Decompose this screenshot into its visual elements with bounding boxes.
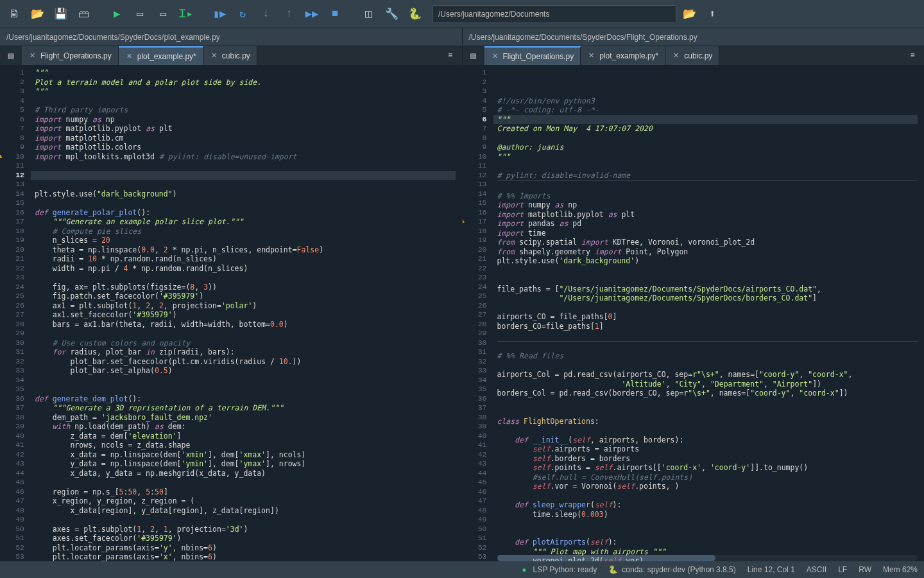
- tab-flight-operations[interactable]: ✕ Flight_Operations.py: [484, 46, 581, 65]
- right-code[interactable]: #!/usr/bin/env python3 # -*- coding: utf…: [493, 66, 925, 561]
- tab-switcher-icon[interactable]: ▤: [0, 46, 22, 65]
- run-selection-icon[interactable]: Ꮖ▸: [176, 4, 196, 24]
- stop-debug-icon[interactable]: ■: [325, 4, 345, 24]
- open-file-icon[interactable]: 📂: [27, 4, 47, 24]
- step-in-icon[interactable]: ↓: [255, 4, 276, 24]
- status-cursor[interactable]: Line 12, Col 1: [748, 565, 795, 574]
- tab-cubic[interactable]: ✕ cubic.py: [665, 46, 719, 65]
- maximize-pane-icon[interactable]: ◫: [358, 4, 379, 24]
- right-editor[interactable]: 1234567891011121314151617181920212223242…: [463, 66, 925, 561]
- close-icon[interactable]: ✕: [588, 51, 594, 60]
- python-path-icon[interactable]: 🐍: [404, 4, 425, 24]
- status-env[interactable]: 🐍conda: spyder-dev (Python 3.8.5): [608, 565, 735, 574]
- preferences-icon[interactable]: 🔧: [381, 4, 402, 24]
- left-editor[interactable]: 1234567891011121314151617181920212223242…: [0, 66, 462, 561]
- tab-label: cubic.py: [222, 51, 250, 60]
- right-gutter: 1234567891011121314151617181920212223242…: [463, 66, 493, 561]
- right-file-path: /Users/juanitagomez/Documents/SpyderDocs…: [463, 28, 925, 46]
- main-toolbar: 🗎 📂 💾 🗃 ▶ ▭ ▭ Ꮖ▸ ▮▶ ↻ ↓ ↑ ▶▶ ■ ◫ 🔧 🐍 📂 ⬆: [0, 0, 924, 28]
- close-icon[interactable]: ✕: [211, 51, 217, 60]
- tab-plot-example[interactable]: ✕ plot_example.py*: [581, 46, 665, 65]
- status-eol[interactable]: LF: [838, 565, 847, 574]
- tab-overflow-icon[interactable]: ≡: [905, 46, 920, 66]
- right-pane: /Users/juanitagomez/Documents/SpyderDocs…: [463, 28, 925, 561]
- close-icon[interactable]: ✕: [30, 51, 35, 60]
- left-tabrow: ▤ ✕ Flight_Operations.py ✕ plot_example.…: [0, 46, 462, 66]
- continue-icon[interactable]: ▶▶: [302, 4, 322, 24]
- tab-label: plot_example.py*: [137, 52, 196, 61]
- run-cell-icon[interactable]: ▭: [130, 4, 150, 24]
- left-file-path: /Users/juanitagomez/Documents/SpyderDocs…: [0, 28, 462, 46]
- browse-dir-icon[interactable]: 📂: [679, 4, 699, 24]
- status-rw[interactable]: RW: [859, 565, 871, 574]
- status-encoding[interactable]: ASCII: [807, 565, 826, 574]
- new-file-icon[interactable]: 🗎: [4, 4, 24, 24]
- close-icon[interactable]: ✕: [126, 52, 132, 60]
- tab-switcher-icon[interactable]: ▤: [463, 46, 484, 65]
- parent-dir-icon[interactable]: ⬆: [702, 4, 723, 24]
- tab-label: cubic.py: [684, 51, 712, 60]
- status-lsp[interactable]: LSP Python: ready: [522, 565, 597, 574]
- close-icon[interactable]: ✕: [492, 52, 498, 60]
- left-gutter: 1234567891011121314151617181920212223242…: [0, 66, 31, 561]
- tab-plot-example[interactable]: ✕ plot_example.py*: [119, 46, 203, 65]
- status-mem[interactable]: Mem 62%: [883, 565, 918, 574]
- step-over-icon[interactable]: ↻: [232, 4, 253, 24]
- run-cell-advance-icon[interactable]: ▭: [153, 4, 173, 24]
- working-dir-input[interactable]: [432, 5, 676, 23]
- save-icon[interactable]: 💾: [50, 4, 71, 24]
- tab-label: Flight_Operations.py: [40, 51, 112, 60]
- left-pane: /Users/juanitagomez/Documents/SpyderDocs…: [0, 28, 463, 561]
- save-all-icon[interactable]: 🗃: [73, 4, 94, 24]
- close-icon[interactable]: ✕: [673, 51, 679, 60]
- statusbar: LSP Python: ready 🐍conda: spyder-dev (Py…: [0, 561, 924, 578]
- right-tabrow: ▤ ✕ Flight_Operations.py ✕ plot_example.…: [463, 46, 925, 66]
- step-out-icon[interactable]: ↑: [278, 4, 299, 24]
- debug-icon[interactable]: ▮▶: [209, 4, 230, 24]
- run-icon[interactable]: ▶: [107, 4, 127, 24]
- tab-overflow-icon[interactable]: ≡: [443, 46, 458, 66]
- editor-split: /Users/juanitagomez/Documents/SpyderDocs…: [0, 28, 924, 561]
- left-code[interactable]: """ Plot a terrain model and a polar plo…: [31, 66, 462, 561]
- tab-cubic[interactable]: ✕ cubic.py: [203, 46, 257, 65]
- tab-flight-operations[interactable]: ✕ Flight_Operations.py: [22, 46, 119, 65]
- tab-label: plot_example.py*: [599, 51, 658, 60]
- tab-label: Flight_Operations.py: [503, 52, 574, 61]
